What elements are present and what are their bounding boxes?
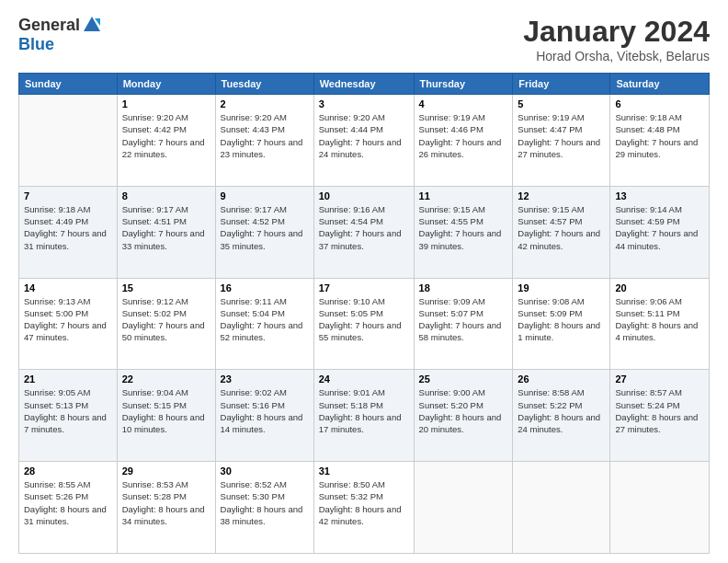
- day-number: 25: [419, 373, 508, 385]
- day-info: Sunrise: 9:19 AMSunset: 4:46 PMDaylight:…: [419, 111, 508, 160]
- day-info: Sunrise: 9:15 AMSunset: 4:57 PMDaylight:…: [518, 203, 605, 252]
- day-info: Sunrise: 8:57 AMSunset: 5:24 PMDaylight:…: [615, 386, 704, 435]
- week-row: 7Sunrise: 9:18 AMSunset: 4:49 PMDaylight…: [19, 186, 710, 278]
- day-cell: 25Sunrise: 9:00 AMSunset: 5:20 PMDayligh…: [414, 370, 513, 462]
- day-number: 13: [615, 190, 704, 201]
- day-number: 2: [221, 98, 309, 109]
- day-number: 3: [319, 98, 409, 109]
- day-cell: 12Sunrise: 9:15 AMSunset: 4:57 PMDayligh…: [513, 186, 610, 278]
- day-cell: 16Sunrise: 9:11 AMSunset: 5:04 PMDayligh…: [215, 278, 313, 370]
- day-info: Sunrise: 8:58 AMSunset: 5:22 PMDaylight:…: [518, 386, 605, 435]
- day-info: Sunrise: 9:17 AMSunset: 4:51 PMDaylight:…: [122, 203, 210, 252]
- day-cell: 5Sunrise: 9:19 AMSunset: 4:47 PMDaylight…: [513, 95, 610, 187]
- day-number: 6: [615, 98, 704, 109]
- day-number: 1: [122, 98, 210, 109]
- day-cell: [610, 462, 710, 554]
- day-number: 15: [122, 282, 210, 293]
- day-info: Sunrise: 9:18 AMSunset: 4:49 PMDaylight:…: [24, 203, 112, 252]
- day-number: 4: [419, 98, 508, 109]
- day-cell: 17Sunrise: 9:10 AMSunset: 5:05 PMDayligh…: [313, 278, 414, 370]
- day-info: Sunrise: 9:20 AMSunset: 4:42 PMDaylight:…: [122, 111, 210, 160]
- day-cell: 26Sunrise: 8:58 AMSunset: 5:22 PMDayligh…: [513, 370, 610, 462]
- day-cell: 3Sunrise: 9:20 AMSunset: 4:44 PMDaylight…: [313, 95, 414, 187]
- logo: General Blue: [18, 15, 102, 54]
- day-number: 26: [518, 373, 605, 385]
- day-info: Sunrise: 9:20 AMSunset: 4:43 PMDaylight:…: [221, 111, 309, 160]
- day-number: 29: [122, 465, 210, 477]
- day-number: 23: [221, 373, 309, 385]
- day-info: Sunrise: 9:11 AMSunset: 5:04 PMDaylight:…: [221, 295, 309, 344]
- day-header: Sunday: [19, 74, 118, 95]
- day-number: 31: [319, 465, 409, 477]
- day-info: Sunrise: 9:18 AMSunset: 4:48 PMDaylight:…: [615, 111, 704, 160]
- day-header: Saturday: [610, 74, 710, 95]
- day-number: 30: [221, 465, 309, 477]
- day-header: Wednesday: [313, 74, 414, 95]
- day-number: 8: [122, 190, 210, 201]
- day-number: 5: [518, 98, 605, 109]
- week-row: 1Sunrise: 9:20 AMSunset: 4:42 PMDaylight…: [19, 95, 710, 187]
- week-row: 28Sunrise: 8:55 AMSunset: 5:26 PMDayligh…: [19, 462, 710, 554]
- day-info: Sunrise: 9:16 AMSunset: 4:54 PMDaylight:…: [319, 203, 409, 252]
- day-cell: 31Sunrise: 8:50 AMSunset: 5:32 PMDayligh…: [313, 462, 414, 554]
- day-cell: 21Sunrise: 9:05 AMSunset: 5:13 PMDayligh…: [19, 370, 118, 462]
- day-info: Sunrise: 9:10 AMSunset: 5:05 PMDaylight:…: [319, 295, 409, 344]
- day-info: Sunrise: 9:05 AMSunset: 5:13 PMDaylight:…: [24, 386, 112, 435]
- day-number: 12: [518, 190, 605, 201]
- day-cell: 23Sunrise: 9:02 AMSunset: 5:16 PMDayligh…: [215, 370, 313, 462]
- day-cell: 9Sunrise: 9:17 AMSunset: 4:52 PMDaylight…: [215, 186, 313, 278]
- calendar-table: SundayMondayTuesdayWednesdayThursdayFrid…: [18, 73, 710, 554]
- day-number: 7: [24, 190, 112, 201]
- week-row: 21Sunrise: 9:05 AMSunset: 5:13 PMDayligh…: [19, 370, 710, 462]
- logo-blue-text: Blue: [18, 35, 54, 54]
- day-cell: 30Sunrise: 8:52 AMSunset: 5:30 PMDayligh…: [215, 462, 313, 554]
- day-number: 9: [221, 190, 309, 201]
- day-info: Sunrise: 9:06 AMSunset: 5:11 PMDaylight:…: [615, 295, 704, 344]
- day-info: Sunrise: 9:13 AMSunset: 5:00 PMDaylight:…: [24, 295, 112, 344]
- day-cell: 15Sunrise: 9:12 AMSunset: 5:02 PMDayligh…: [117, 278, 215, 370]
- main-title: January 2024: [523, 15, 710, 49]
- day-info: Sunrise: 9:00 AMSunset: 5:20 PMDaylight:…: [419, 386, 508, 435]
- day-info: Sunrise: 9:20 AMSunset: 4:44 PMDaylight:…: [319, 111, 409, 160]
- day-cell: 24Sunrise: 9:01 AMSunset: 5:18 PMDayligh…: [313, 370, 414, 462]
- day-cell: 13Sunrise: 9:14 AMSunset: 4:59 PMDayligh…: [610, 186, 710, 278]
- day-cell: 22Sunrise: 9:04 AMSunset: 5:15 PMDayligh…: [117, 370, 215, 462]
- header: General Blue January 2024 Horad Orsha, V…: [18, 15, 710, 63]
- day-info: Sunrise: 9:14 AMSunset: 4:59 PMDaylight:…: [615, 203, 704, 252]
- day-cell: [414, 462, 513, 554]
- header-row: SundayMondayTuesdayWednesdayThursdayFrid…: [19, 74, 710, 95]
- day-number: 14: [24, 282, 112, 293]
- day-info: Sunrise: 9:19 AMSunset: 4:47 PMDaylight:…: [518, 111, 605, 160]
- day-cell: 8Sunrise: 9:17 AMSunset: 4:51 PMDaylight…: [117, 186, 215, 278]
- day-number: 16: [221, 282, 309, 293]
- day-cell: 29Sunrise: 8:53 AMSunset: 5:28 PMDayligh…: [117, 462, 215, 554]
- day-info: Sunrise: 9:04 AMSunset: 5:15 PMDaylight:…: [122, 386, 210, 435]
- day-info: Sunrise: 8:53 AMSunset: 5:28 PMDaylight:…: [122, 478, 210, 527]
- day-info: Sunrise: 9:12 AMSunset: 5:02 PMDaylight:…: [122, 295, 210, 344]
- title-block: January 2024 Horad Orsha, Vitebsk, Belar…: [523, 15, 710, 63]
- logo-icon: [82, 15, 102, 35]
- day-cell: 14Sunrise: 9:13 AMSunset: 5:00 PMDayligh…: [19, 278, 118, 370]
- day-cell: 2Sunrise: 9:20 AMSunset: 4:43 PMDaylight…: [215, 95, 313, 187]
- day-info: Sunrise: 9:08 AMSunset: 5:09 PMDaylight:…: [518, 295, 605, 344]
- day-number: 24: [319, 373, 409, 385]
- day-number: 17: [319, 282, 409, 293]
- week-row: 14Sunrise: 9:13 AMSunset: 5:00 PMDayligh…: [19, 278, 710, 370]
- day-number: 27: [615, 373, 704, 385]
- day-header: Friday: [513, 74, 610, 95]
- day-number: 28: [24, 465, 112, 477]
- day-cell: 19Sunrise: 9:08 AMSunset: 5:09 PMDayligh…: [513, 278, 610, 370]
- day-header: Monday: [117, 74, 215, 95]
- day-number: 11: [419, 190, 508, 201]
- day-cell: [513, 462, 610, 554]
- day-info: Sunrise: 8:52 AMSunset: 5:30 PMDaylight:…: [221, 478, 309, 527]
- day-info: Sunrise: 9:15 AMSunset: 4:55 PMDaylight:…: [419, 203, 508, 252]
- day-info: Sunrise: 9:02 AMSunset: 5:16 PMDaylight:…: [221, 386, 309, 435]
- day-cell: 4Sunrise: 9:19 AMSunset: 4:46 PMDaylight…: [414, 95, 513, 187]
- day-number: 20: [615, 282, 704, 293]
- day-info: Sunrise: 9:09 AMSunset: 5:07 PMDaylight:…: [419, 295, 508, 344]
- day-cell: 6Sunrise: 9:18 AMSunset: 4:48 PMDaylight…: [610, 95, 710, 187]
- day-cell: 7Sunrise: 9:18 AMSunset: 4:49 PMDaylight…: [19, 186, 118, 278]
- day-info: Sunrise: 9:17 AMSunset: 4:52 PMDaylight:…: [221, 203, 309, 252]
- day-cell: 28Sunrise: 8:55 AMSunset: 5:26 PMDayligh…: [19, 462, 118, 554]
